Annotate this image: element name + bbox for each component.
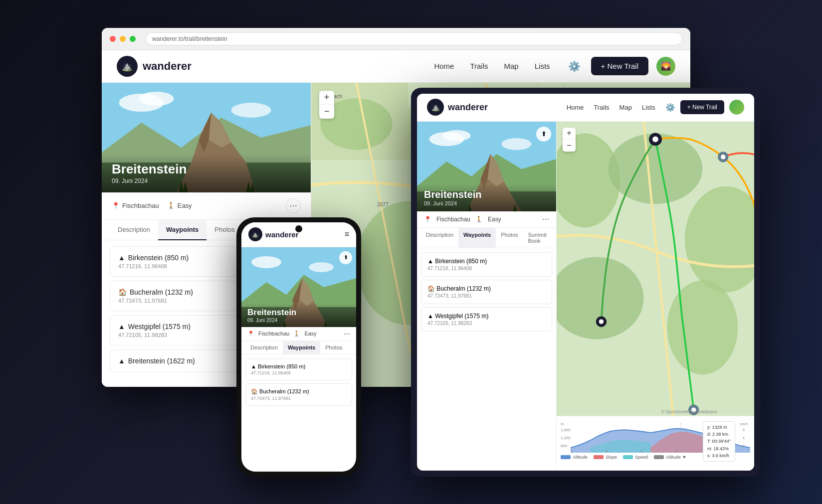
tablet-nav-map[interactable]: Map (619, 104, 632, 111)
house-icon: 🏠 (118, 288, 127, 296)
tablet-body: ⬆ Breitenstein 09. Juni 2024 📍 Fischbach… (417, 122, 754, 471)
tooltip-distance: d: 2.38 km (707, 431, 731, 438)
tablet-zoom-out[interactable]: − (563, 140, 576, 152)
browser-url-bar[interactable]: wanderer.to/trail/breitenstein (146, 32, 682, 45)
svg-text:6: 6 (675, 449, 678, 453)
zoom-out-button[interactable]: − (319, 105, 334, 119)
desktop-trail-meta: 📍 Fischbachau 🚶 Easy ⋯ (102, 192, 311, 220)
zoom-in-button[interactable]: + (319, 91, 334, 105)
location-icon: 📍 (112, 202, 120, 209)
svg-point-55 (721, 155, 725, 159)
desktop-trail-difficulty: 🚶 Easy (167, 202, 192, 209)
legend-altitude: Altitude (561, 455, 588, 460)
tablet-new-trail-button[interactable]: + New Trail (680, 100, 724, 114)
elevation-graph: m 1,600 1,200 800 (561, 420, 750, 453)
tablet-tab-waypoints[interactable]: Waypoints (458, 228, 496, 248)
tablet-tab-photos[interactable]: Photos (496, 228, 523, 248)
new-trail-button[interactable]: + New Trail (591, 57, 648, 75)
svg-point-77 (309, 262, 334, 272)
desktop-nav-links: Home Trails Map Lists (434, 62, 550, 70)
tablet-waypoint-item[interactable]: 🏠 Bucheralm (1232 m) 47.72473, 11.97681 (421, 280, 552, 304)
tablet-waypoint-coords: 47.72105, 11.98283 (427, 321, 546, 326)
legend-altitude-dropdown[interactable]: Altitude ▼ (654, 455, 686, 460)
speed-legend-color (623, 455, 633, 459)
mobile-tab-description[interactable]: Description (245, 341, 283, 354)
tablet-tab-summit-book[interactable]: Summit Book (523, 228, 553, 248)
tablet-nav: ⛰️ wanderer Home Trails Map Lists ⚙️ + N… (417, 94, 754, 122)
tablet-logo-icon: ⛰️ (427, 99, 444, 116)
trail-more-button[interactable]: ⋯ (286, 198, 301, 213)
mobile-screen: ⛰️ wanderer ≡ ⬆ (241, 222, 356, 472)
tablet-waypoint-coords: 47.72473, 11.97681 (427, 293, 546, 299)
browser-close-dot[interactable] (110, 36, 116, 42)
desktop-trail-date: 09. Juni 2024 (112, 177, 301, 184)
svg-point-76 (251, 256, 281, 268)
svg-text:6: 6 (743, 428, 745, 432)
desktop-nav-lists[interactable]: Lists (535, 62, 550, 70)
mobile-tab-photos[interactable]: Photos (320, 341, 347, 354)
svg-text:0: 0 (571, 449, 573, 453)
tablet-map-svg: © OpenStreetMap contributors (557, 122, 754, 416)
desktop-trail-title: Breitenstein (112, 162, 301, 176)
tablet-location-icon: 📍 (424, 216, 431, 223)
tab-description[interactable]: Description (110, 220, 158, 240)
desktop-nav-map[interactable]: Map (504, 62, 519, 70)
tablet-nav-trails[interactable]: Trails (594, 104, 609, 111)
mobile-logo[interactable]: ⛰️ wanderer (248, 227, 299, 241)
tablet-waypoint-item[interactable]: ▲ Birkenstein (850 m) 47.71216, 11.96408 (421, 252, 552, 277)
mobile-more-button[interactable]: ⋯ (344, 330, 350, 337)
tablet-nav-right: ⚙️ + New Trail (665, 100, 744, 115)
desktop-nav-logo[interactable]: ⛰️ wanderer (117, 56, 192, 77)
desktop-nav-trails[interactable]: Trails (470, 62, 488, 70)
mobile-tab-waypoints[interactable]: Waypoints (283, 341, 320, 354)
mobile-trail-meta: 📍 Fischbachau 🚶 Easy ⋯ (241, 327, 356, 341)
tablet-settings-icon[interactable]: ⚙️ (665, 103, 675, 112)
mobile-trail-location: Fischbachau (258, 331, 289, 336)
tablet-trail-title: Breitenstein (424, 189, 549, 200)
desktop-nav: ⛰️ wanderer Home Trails Map Lists ⚙️ + N… (102, 50, 690, 83)
mobile-waypoint-item[interactable]: ▲ Birkenstein (850 m) 47.71216, 11.96408 (245, 358, 352, 380)
legend-speed: Speed (623, 455, 648, 460)
svg-text:© OpenStreetMap contributors: © OpenStreetMap contributors (661, 410, 717, 414)
desktop-app-name: wanderer (143, 60, 192, 73)
tablet-nav-lists[interactable]: Lists (642, 104, 655, 111)
tablet-waypoint-name: ▲ Birkenstein (850 m) (427, 258, 546, 265)
tablet-logo[interactable]: ⛰️ wanderer (427, 99, 488, 116)
mobile-logo-icon: ⛰️ (248, 227, 262, 241)
settings-icon[interactable]: ⚙️ (566, 58, 583, 75)
mobile-waypoint-item[interactable]: 🏠 Bucheralm (1232 m) 47.72473, 11.97681 (245, 383, 352, 406)
tab-waypoints[interactable]: Waypoints (158, 220, 206, 240)
svg-text:2077: 2077 (377, 202, 389, 207)
mountain-icon: ▲ (118, 357, 125, 365)
tablet-zoom-in[interactable]: + (563, 128, 576, 140)
user-avatar[interactable]: 🌄 (656, 57, 675, 76)
browser-minimize-dot[interactable] (120, 36, 126, 42)
browser-chrome: wanderer.to/trail/breitenstein (102, 28, 690, 50)
tablet-waypoint-item[interactable]: ▲ Westgipfel (1575 m) 47.72105, 11.98283 (421, 307, 552, 332)
tablet-trail-meta: 📍 Fischbachau 🚶 Easy ⋯ (417, 211, 556, 228)
svg-text:km/h: km/h (740, 422, 748, 426)
tablet-waypoints-list: ▲ Birkenstein (850 m) 47.71216, 11.96408… (417, 248, 556, 338)
mobile-waypoint-name: 🏠 Bucheralm (1232 m) (251, 388, 347, 395)
tablet-tab-description[interactable]: Description (421, 228, 458, 248)
tablet-trail-hero: ⬆ Breitenstein 09. Juni 2024 (417, 122, 556, 211)
tablet-nav-home[interactable]: Home (567, 104, 584, 111)
desktop-nav-home[interactable]: Home (434, 62, 454, 70)
tablet-screen: ⛰️ wanderer Home Trails Map Lists ⚙️ + N… (417, 94, 754, 471)
mountain-icon: ▲ (118, 254, 125, 262)
elevation-chart: m 1,600 1,200 800 (557, 416, 754, 471)
tablet-map-area[interactable]: © OpenStreetMap contributors + − m 1,600 (557, 122, 754, 471)
mobile-trail-hero: ⬆ Breitenstein 09. Juni 2024 (241, 247, 356, 327)
mobile-trail-date: 09. Juni 2024 (247, 318, 350, 323)
tablet-waypoint-coords: 47.71216, 11.96408 (427, 266, 546, 271)
mobile-share-button[interactable]: ⬆ (339, 251, 352, 264)
hiker-icon: 🚶 (167, 202, 175, 209)
tablet-more-button[interactable]: ⋯ (542, 215, 549, 223)
mobile-menu-icon[interactable]: ≡ (345, 230, 349, 239)
tablet-share-button[interactable]: ⬆ (536, 127, 551, 142)
mobile-tabs: Description Waypoints Photos (241, 341, 356, 354)
browser-maximize-dot[interactable] (130, 36, 136, 42)
tablet-user-avatar[interactable] (729, 100, 744, 115)
mobile-waypoints-list: ▲ Birkenstein (850 m) 47.71216, 11.96408… (241, 354, 356, 413)
svg-point-49 (667, 280, 738, 374)
